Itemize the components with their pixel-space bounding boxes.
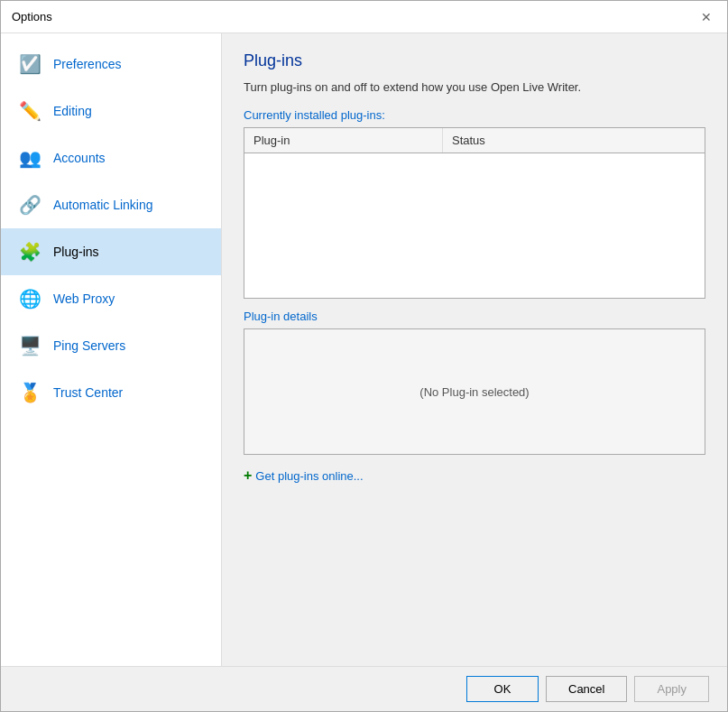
table-header: Plug-in Status: [244, 128, 705, 153]
sidebar-item-web-proxy[interactable]: 🌐 Web Proxy: [1, 275, 221, 322]
page-title: Plug-ins: [244, 51, 705, 70]
sidebar-item-preferences[interactable]: ☑️ Preferences: [1, 41, 221, 88]
get-plugins-label: Get plug-ins online...: [255, 469, 363, 483]
sidebar-item-plugins[interactable]: 🧩 Plug-ins: [1, 228, 221, 275]
sidebar-item-editing[interactable]: ✏️ Editing: [1, 88, 221, 134]
title-bar: Options ✕: [1, 1, 727, 33]
sidebar-item-automatic-linking-label: Automatic Linking: [53, 198, 153, 212]
automatic-linking-icon: 🔗: [15, 190, 44, 219]
dialog-title: Options: [12, 10, 52, 23]
ok-button[interactable]: OK: [466, 676, 539, 702]
plugin-details-panel: (No Plug-in selected): [244, 328, 705, 455]
main-content: Plug-ins Turn plug-ins on and off to ext…: [222, 33, 727, 666]
sidebar-item-web-proxy-label: Web Proxy: [53, 291, 115, 306]
sidebar-item-plugins-label: Plug-ins: [53, 245, 99, 259]
close-button[interactable]: ✕: [696, 7, 716, 27]
plugins-icon: 🧩: [15, 237, 44, 266]
sidebar-item-ping-servers[interactable]: 🖥️ Ping Servers: [1, 322, 221, 369]
apply-button: Apply: [634, 676, 709, 702]
column-plugin: Plug-in: [244, 128, 443, 153]
sidebar-item-accounts[interactable]: 👥 Accounts: [1, 134, 221, 181]
installed-label: Currently installed plug-ins:: [244, 108, 705, 122]
cancel-button[interactable]: Cancel: [546, 676, 627, 702]
sidebar-item-trust-center-label: Trust Center: [53, 385, 123, 400]
accounts-icon: 👥: [15, 143, 44, 172]
description-text: Turn plug-ins on and off to extend how y…: [244, 79, 705, 96]
dialog-footer: OK Cancel Apply: [1, 666, 727, 711]
sidebar-item-automatic-linking[interactable]: 🔗 Automatic Linking: [1, 181, 221, 228]
sidebar-item-trust-center[interactable]: 🏅 Trust Center: [1, 369, 221, 416]
web-proxy-icon: 🌐: [15, 284, 44, 313]
sidebar-item-accounts-label: Accounts: [53, 151, 106, 165]
trust-center-icon: 🏅: [15, 378, 44, 407]
ping-servers-icon: 🖥️: [15, 331, 44, 360]
sidebar-item-editing-label: Editing: [53, 104, 92, 118]
details-label: Plug-in details: [244, 310, 705, 323]
editing-icon: ✏️: [15, 97, 44, 125]
plus-icon: +: [244, 467, 252, 484]
sidebar: ☑️ Preferences ✏️ Editing 👥 Accounts 🔗 A…: [1, 33, 222, 666]
no-plugin-text: (No Plug-in selected): [419, 385, 529, 399]
column-status: Status: [443, 128, 705, 153]
get-plugins-link[interactable]: + Get plug-ins online...: [244, 467, 705, 484]
plugins-table: Plug-in Status: [244, 127, 705, 299]
dialog-body: ☑️ Preferences ✏️ Editing 👥 Accounts 🔗 A…: [1, 33, 727, 666]
options-dialog: Options ✕ ☑️ Preferences ✏️ Editing 👥 Ac…: [0, 0, 728, 712]
table-body: [244, 153, 705, 298]
sidebar-item-ping-servers-label: Ping Servers: [53, 338, 125, 353]
sidebar-item-preferences-label: Preferences: [53, 57, 121, 71]
preferences-icon: ☑️: [15, 50, 44, 79]
